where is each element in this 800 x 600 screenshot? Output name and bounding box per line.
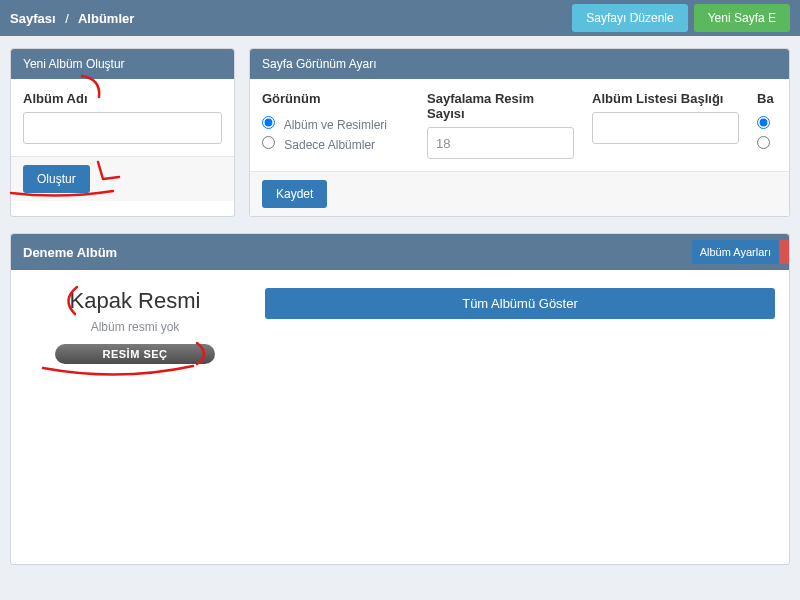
edit-page-button[interactable]: Sayfayı Düzenle [572,4,687,32]
album-settings-button[interactable]: Albüm Ayarları [692,240,779,264]
cover-note: Albüm resmi yok [25,320,245,334]
album-header-actions: Albüm Ayarları [692,240,789,264]
view-settings-panel: Sayfa Görünüm Ayarı Görünüm Albüm ve Res… [249,48,790,217]
new-page-button[interactable]: Yeni Sayfa E [694,4,790,32]
content-row: Yeni Albüm Oluştur Albüm Adı Oluştur Say… [0,36,800,227]
album-title: Deneme Albüm [23,245,117,260]
list-title-input[interactable] [592,112,739,144]
show-all-button[interactable]: Tüm Albümü Göster [265,288,775,319]
view-radio-1[interactable] [262,136,275,149]
view-settings-header: Sayfa Görünüm Ayarı [250,49,789,79]
annotation-olustur-tick [95,159,123,186]
extra-option-1[interactable] [757,136,777,152]
view-settings-body: Görünüm Albüm ve Resimleri Sadece Albüml… [250,79,789,171]
album-header: Deneme Albüm Albüm Ayarları [11,234,789,270]
annotation-resimsec-underline [39,362,199,385]
show-all-wrap: Tüm Albümü Göster [265,288,775,364]
list-title-label: Albüm Listesi Başlığı [592,91,739,106]
page-count-col: Sayfalama Resim Sayısı [427,91,574,159]
topbar-actions: Sayfayı Düzenle Yeni Sayfa E [572,4,790,32]
view-radio-0[interactable] [262,116,275,129]
breadcrumb: Sayfası / Albümler [10,11,134,26]
page-count-label: Sayfalama Resim Sayısı [427,91,574,121]
view-settings-footer: Kaydet [250,171,789,216]
save-settings-button[interactable]: Kaydet [262,180,327,208]
topbar: Sayfası / Albümler Sayfayı Düzenle Yeni … [0,0,800,36]
view-label: Görünüm [262,91,409,106]
extra-radio-1[interactable] [757,136,770,149]
view-radio-group: Albüm ve Resimleri Sadece Albümler [262,116,409,156]
create-button[interactable]: Oluştur [23,165,90,193]
view-option-0[interactable]: Albüm ve Resimleri [262,116,409,132]
create-album-panel: Yeni Albüm Oluştur Albüm Adı Oluştur [10,48,235,217]
extra-col: Ba [757,91,777,159]
view-option-1[interactable]: Sadece Albümler [262,136,409,152]
extra-option-0[interactable] [757,116,777,132]
view-col: Görünüm Albüm ve Resimleri Sadece Albüml… [262,91,409,159]
breadcrumb-part-1: Sayfası [10,11,56,26]
album-name-label: Albüm Adı [23,91,222,106]
breadcrumb-part-2: Albümler [78,11,134,26]
list-title-col: Albüm Listesi Başlığı [592,91,739,159]
extra-label: Ba [757,91,777,106]
create-album-header: Yeni Albüm Oluştur [11,49,234,79]
album-body: Kapak Resmi Albüm resmi yok RESİM SEÇ Tü… [11,270,789,564]
select-image-button[interactable]: RESİM SEÇ [55,344,215,364]
view-option-1-label: Sadece Albümler [284,138,375,152]
create-album-footer: Oluştur [11,156,234,201]
album-panel: Deneme Albüm Albüm Ayarları Kapak Resmi … [10,233,790,565]
album-danger-button[interactable] [779,240,789,264]
extra-radio-0[interactable] [757,116,770,129]
cover-title: Kapak Resmi [25,288,245,314]
album-name-input[interactable] [23,112,222,144]
create-album-body: Albüm Adı [11,79,234,156]
page-count-input[interactable] [427,127,574,159]
cover-block: Kapak Resmi Albüm resmi yok RESİM SEÇ [25,288,245,364]
breadcrumb-sep: / [65,11,69,26]
view-option-0-label: Albüm ve Resimleri [284,118,387,132]
